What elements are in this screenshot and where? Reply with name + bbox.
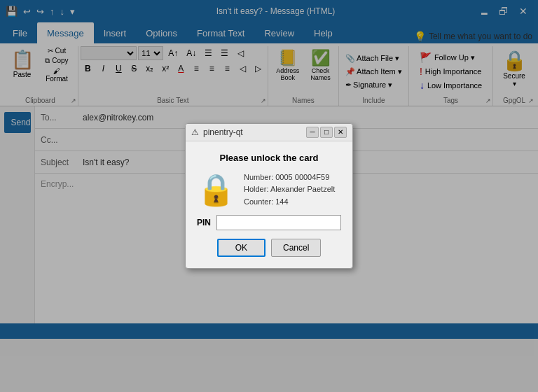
dialog-warning-icon: ⚠	[191, 127, 199, 137]
card-counter: Counter: 144	[244, 196, 335, 209]
dialog-close-button[interactable]: ✕	[334, 127, 347, 138]
pin-input[interactable]	[216, 215, 341, 230]
dialog-title: pinentry-qt	[203, 127, 243, 137]
dialog-restore-button[interactable]: □	[320, 127, 333, 138]
dialog-info-row: 🔒 Number: 0005 00004F59 Holder: Alexande…	[197, 172, 341, 209]
dialog-buttons: OK Cancel	[197, 239, 341, 257]
cancel-button[interactable]: Cancel	[271, 239, 321, 257]
ok-button[interactable]: OK	[217, 239, 265, 257]
dialog-controls: ─ □ ✕	[306, 127, 347, 138]
card-holder: Holder: Alexander Paetzelt	[244, 183, 335, 196]
pin-row: PIN	[197, 215, 341, 230]
pinentry-dialog: ⚠ pinentry-qt ─ □ ✕ Please unlock the ca…	[185, 123, 353, 270]
dialog-info-text: Number: 0005 00004F59 Holder: Alexander …	[244, 172, 335, 209]
dialog-body: Please unlock the card 🔒 Number: 0005 00…	[186, 141, 352, 269]
pin-label: PIN	[197, 218, 211, 227]
dialog-title-left: ⚠ pinentry-qt	[191, 127, 243, 137]
dialog-heading: Please unlock the card	[197, 153, 341, 163]
dialog-titlebar: ⚠ pinentry-qt ─ □ ✕	[186, 124, 352, 141]
dialog-minimize-button[interactable]: ─	[306, 127, 319, 138]
card-number: Number: 0005 00004F59	[244, 172, 335, 184]
lock-icon-large: 🔒	[197, 172, 235, 208]
modal-overlay: ⚠ pinentry-qt ─ □ ✕ Please unlock the ca…	[0, 0, 538, 392]
